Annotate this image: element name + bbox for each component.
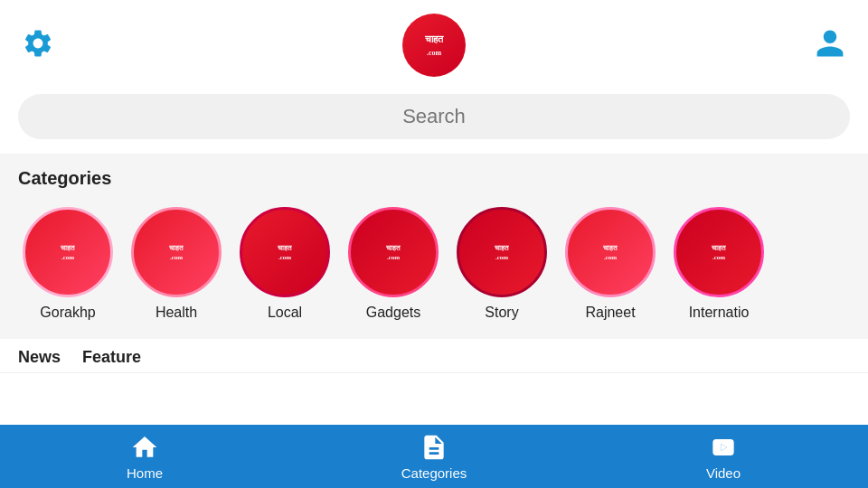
category-circle-gorakhpur: चाहत.com	[23, 207, 113, 297]
category-item-gadgets[interactable]: चाहत.com Gadgets	[344, 207, 443, 321]
header: चाहत.com	[0, 0, 868, 90]
nav-video[interactable]: Video	[678, 433, 769, 481]
categories-title: Categories	[18, 163, 850, 194]
category-label-gorakhpur: Gorakhp	[40, 305, 95, 321]
search-bar[interactable]	[18, 94, 850, 139]
categories-grid: चाहत.com Gorakhp चाहत.com Health चाहत.co…	[18, 194, 850, 330]
category-item-story[interactable]: चाहत.com Story	[452, 207, 552, 321]
nav-categories-label: Categories	[401, 465, 467, 481]
search-input[interactable]	[40, 105, 828, 128]
user-profile-button[interactable]	[814, 27, 846, 63]
bottom-nav: Home Categories Video	[0, 425, 868, 488]
category-item-health[interactable]: चाहत.com Health	[127, 207, 226, 321]
category-label-health: Health	[156, 305, 197, 321]
category-circle-story: चाहत.com	[457, 207, 547, 297]
settings-button[interactable]	[22, 27, 54, 63]
category-circle-health: चाहत.com	[131, 207, 222, 297]
category-label-story: Story	[485, 305, 518, 321]
category-label-rajneet: Rajneet	[585, 305, 635, 321]
nav-categories[interactable]: Categories	[389, 433, 479, 481]
tab-news[interactable]: News	[18, 348, 61, 367]
header-logo[interactable]: चाहत.com	[402, 14, 466, 77]
categories-icon	[420, 433, 448, 462]
nav-home[interactable]: Home	[99, 433, 190, 481]
category-circle-local: चाहत.com	[240, 207, 330, 297]
category-circle-rajneet: चाहत.com	[565, 207, 656, 297]
nav-home-label: Home	[127, 465, 163, 481]
logo-text: चाहत.com	[425, 33, 443, 59]
categories-section: Categories चाहत.com Gorakhp चाहत.com Hea…	[0, 154, 868, 339]
category-circle-international: चाहत.com	[674, 207, 764, 297]
nav-video-label: Video	[706, 465, 741, 481]
category-item-international[interactable]: चाहत.com Internatio	[669, 207, 769, 321]
category-label-international: Internatio	[689, 305, 750, 321]
video-icon	[709, 433, 738, 462]
category-label-local: Local	[268, 305, 302, 321]
category-item-gorakhpur[interactable]: चाहत.com Gorakhp	[18, 207, 118, 321]
category-item-rajneet[interactable]: चाहत.com Rajneet	[561, 207, 660, 321]
search-container	[0, 90, 868, 154]
category-item-local[interactable]: चाहत.com Local	[235, 207, 335, 321]
tab-feature[interactable]: Feature	[82, 348, 141, 367]
category-label-gadgets: Gadgets	[366, 305, 420, 321]
home-icon	[130, 433, 159, 462]
category-circle-gadgets: चाहत.com	[348, 207, 439, 297]
news-feature-bar: News Feature	[0, 339, 868, 373]
